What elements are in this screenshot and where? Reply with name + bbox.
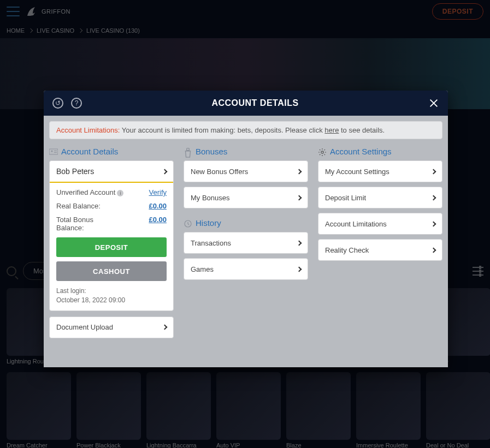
chevron-right-icon [297,266,302,272]
history-games[interactable]: Games [184,258,308,280]
alert-tail: to see details. [339,126,385,134]
history-clock-icon [184,219,192,227]
chevron-right-icon [297,240,302,246]
total-bonus-value[interactable]: £0.00 [149,216,167,232]
section-account-settings: Account Settings [318,147,442,156]
real-balance-label: Real Balance: [56,202,101,210]
chevron-right-icon [431,195,436,200]
history-transactions[interactable]: Transactions [184,232,308,254]
total-bonus-label: Total Bonus Balance: [56,216,116,232]
close-icon[interactable] [428,98,439,109]
chevron-right-icon [297,195,302,200]
info-icon[interactable]: i [117,190,123,196]
settings-deposit-limit[interactable]: Deposit Limit [318,187,442,208]
gear-icon [318,148,327,156]
account-name-row[interactable]: Bob Peters [50,161,173,183]
last-login-value: October 18, 2022 09:00 [56,296,167,305]
bonus-my-bonuses[interactable]: My Bonuses [184,187,308,208]
limitation-alert: Account Limitations: Your account is lim… [49,121,442,139]
chevron-right-icon [431,169,436,174]
unverified-label: Unverified Account [56,188,115,196]
settings-my-account-settings[interactable]: My Account Settings [318,160,442,182]
help-icon[interactable]: ? [71,98,82,109]
section-bonuses: Bonuses [184,147,308,156]
chevron-right-icon [431,221,436,226]
svg-rect-3 [54,152,57,153]
bonus-icon [184,148,192,156]
cashout-button[interactable]: CASHOUT [56,261,167,281]
account-name: Bob Peters [56,167,94,176]
history-icon[interactable]: ↺ [52,98,63,109]
id-card-icon [49,148,58,156]
alert-title: Account Limitations: [56,126,120,134]
chevron-right-icon [297,169,302,174]
section-account-details: Account Details [49,147,174,156]
chevron-right-icon [162,325,168,330]
verify-link[interactable]: Verify [149,188,167,196]
settings-account-limitations[interactable]: Account Limitations [318,213,442,235]
alert-body: Your account is limited from making: bet… [120,126,324,134]
svg-point-1 [51,150,53,152]
chevron-right-icon [431,247,436,253]
bonus-new-bonus-offers[interactable]: New Bonus Offers [184,160,308,182]
alert-here-link[interactable]: here [324,126,339,134]
section-history: History [184,218,308,228]
real-balance-value[interactable]: £0.00 [149,202,167,210]
svg-rect-2 [54,151,57,151]
document-upload-row[interactable]: Document Upload [49,316,174,338]
deposit-button[interactable]: DEPOSIT [56,237,167,257]
chevron-right-icon [162,169,168,174]
settings-reality-check[interactable]: Reality Check [318,239,442,261]
account-details-modal: ↺ ? ACCOUNT DETAILS Account Limitations:… [44,91,448,367]
last-login-label: Last login: [56,286,167,296]
modal-title: ACCOUNT DETAILS [82,98,428,108]
svg-rect-0 [49,149,58,154]
svg-point-5 [321,151,323,153]
